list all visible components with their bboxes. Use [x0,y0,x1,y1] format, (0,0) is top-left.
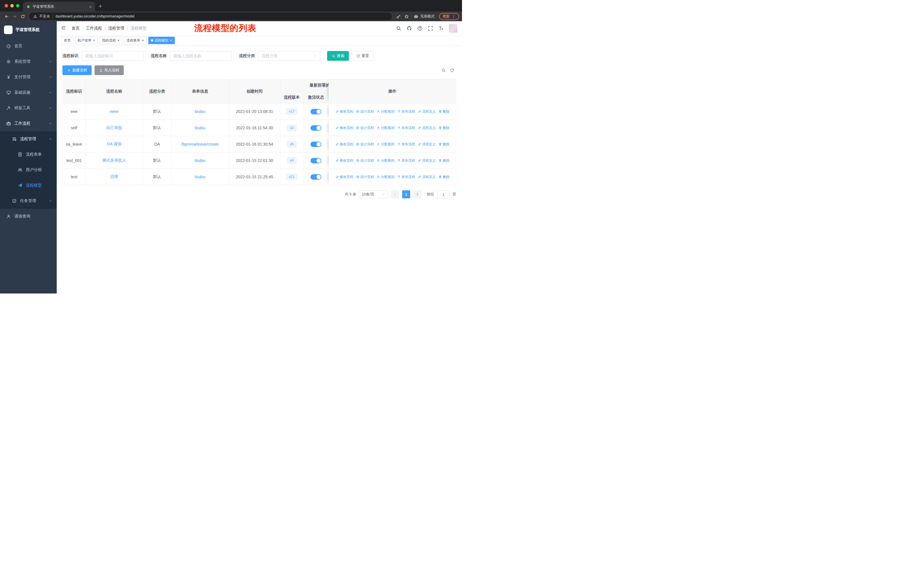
new-tab-button[interactable]: + [99,3,102,10]
tag-process-form[interactable]: 流程表单× [124,37,146,44]
row-action-publish[interactable]: 发布流程 [397,142,415,147]
sidebar-item-home[interactable]: 首页 [0,38,57,54]
row-action-delete[interactable]: 删除 [439,158,450,163]
table-search-toggle-button[interactable] [439,66,448,74]
sidebar-item-user-group[interactable]: 用户分组 [0,162,57,178]
browser-update-button[interactable]: 更新 [439,13,459,20]
row-action-definition[interactable]: 流程定义 [418,109,436,114]
sidebar-item-process-management[interactable]: 流程管理 [0,131,57,147]
sidebar-item-task-management[interactable]: 任务管理 [0,193,57,209]
header-search-button[interactable] [396,25,402,31]
row-action-design[interactable]: 设计流程 [356,126,374,131]
github-button[interactable] [406,25,412,31]
row-action-assign[interactable]: 分配规则 [377,175,395,179]
form-link[interactable]: biubiu [195,158,205,163]
prev-page-button[interactable] [391,190,399,198]
import-process-button[interactable]: 导入流程 [94,65,124,75]
row-action-design[interactable]: 设计流程 [356,109,374,114]
row-action-assign[interactable]: 分配规则 [377,158,395,163]
active-toggle[interactable] [310,142,322,147]
tag-close-icon[interactable]: × [170,38,172,42]
row-action-assign[interactable]: 分配规则 [377,109,395,114]
reload-button[interactable] [19,13,26,20]
form-link[interactable]: biubiu [195,109,205,114]
active-toggle[interactable] [310,125,322,131]
tag-tenant-management[interactable]: 租户管理× [75,37,98,44]
browser-tab[interactable]: 芋道管理系统 × [23,2,95,12]
row-action-design[interactable]: 设计流程 [356,158,374,163]
address-bar[interactable]: 不安全 | dashboard.yudao.iocoder.cn/bpm/man… [29,13,392,20]
table-refresh-button[interactable] [448,66,456,74]
reset-button[interactable]: 重置 [352,51,373,61]
process-name-input[interactable] [170,51,232,61]
row-action-publish[interactable]: 发布流程 [397,109,415,114]
row-action-definition[interactable]: 流程定义 [418,126,436,131]
row-action-definition[interactable]: 流程定义 [418,142,436,147]
row-action-publish[interactable]: 发布流程 [397,126,415,131]
row-action-modify[interactable]: 修改流程 [335,158,353,163]
row-action-assign[interactable]: 分配规则 [377,126,395,131]
form-link[interactable]: biubiu [195,126,205,130]
forward-button[interactable] [11,13,18,20]
row-action-delete[interactable]: 删除 [439,142,450,147]
zoom-window-button[interactable] [16,4,20,7]
active-toggle[interactable] [310,174,322,180]
row-action-modify[interactable]: 修改流程 [335,126,353,131]
back-button[interactable] [3,13,10,20]
sidebar-item-dev-tools[interactable]: 研发工具 [0,100,57,116]
process-name-link[interactable]: 自己审批 [106,125,122,131]
fullscreen-button[interactable] [427,25,433,31]
sidebar-item-process-form[interactable]: 流程表单 [0,147,57,162]
row-action-definition[interactable]: 流程定义 [418,158,436,163]
user-avatar[interactable] [449,24,457,33]
tag-process-model[interactable]: 流程模型× [148,37,175,44]
form-link[interactable]: /bpm/oa/leave/create [181,142,219,147]
tag-close-icon[interactable]: × [93,38,95,42]
create-process-button[interactable]: 新建流程 [63,65,92,75]
page-size-select[interactable]: 10条/页 [359,190,388,198]
sidebar-item-system[interactable]: 系统管理 [0,54,57,69]
help-button[interactable] [417,25,423,31]
font-size-button[interactable] [438,25,444,31]
active-toggle[interactable] [310,158,322,164]
row-action-definition[interactable]: 流程定义 [418,175,436,179]
tab-close-icon[interactable]: × [89,5,92,9]
minimize-window-button[interactable] [10,4,14,7]
sidebar-item-workflow[interactable]: 工作流程 [0,116,57,131]
tag-close-icon[interactable]: × [117,38,119,42]
row-action-publish[interactable]: 发布流程 [397,175,415,179]
row-action-delete[interactable]: 删除 [439,126,450,131]
tag-home[interactable]: 首页 [61,37,73,44]
goto-page-input[interactable] [437,190,450,198]
row-action-design[interactable]: 设计流程 [356,142,374,147]
row-action-delete[interactable]: 删除 [439,175,450,179]
process-name-link[interactable]: OA 请假 [107,142,121,147]
row-action-delete[interactable]: 删除 [439,109,450,114]
bookmark-star-button[interactable] [403,13,410,20]
breadcrumb-process-management[interactable]: 流程管理 [108,26,124,31]
sidebar-item-leave-query[interactable]: 请假查询 [0,209,57,224]
sidebar-item-infrastructure[interactable]: 基础设施 [0,85,57,100]
process-name-link[interactable]: eeee [110,109,119,114]
row-action-design[interactable]: 设计流程 [356,175,374,179]
process-name-link[interactable]: 滔博 [110,174,118,179]
category-select[interactable]: 流程分类 [258,51,320,61]
breadcrumb-workflow[interactable]: 工作流程 [86,26,102,31]
search-button[interactable]: 搜索 [327,51,349,61]
form-link[interactable]: biubiu [195,175,205,179]
sidebar-item-process-model[interactable]: 流程模型 [0,178,57,193]
next-page-button[interactable] [413,190,422,198]
tag-my-process[interactable]: 我的流程× [99,37,122,44]
row-action-modify[interactable]: 修改流程 [335,175,353,179]
tag-close-icon[interactable]: × [142,38,144,42]
process-key-input[interactable] [81,51,144,61]
row-action-assign[interactable]: 分配规则 [377,142,395,147]
menu-fold-button[interactable] [61,25,67,31]
row-action-modify[interactable]: 修改流程 [335,142,353,147]
close-window-button[interactable] [5,4,8,7]
row-action-modify[interactable]: 修改流程 [335,109,353,114]
password-key-button[interactable] [395,13,402,20]
sidebar-item-payment[interactable]: 支付管理 [0,69,57,85]
page-number-1[interactable]: 1 [402,190,410,198]
breadcrumb-home[interactable]: 首页 [72,26,80,31]
